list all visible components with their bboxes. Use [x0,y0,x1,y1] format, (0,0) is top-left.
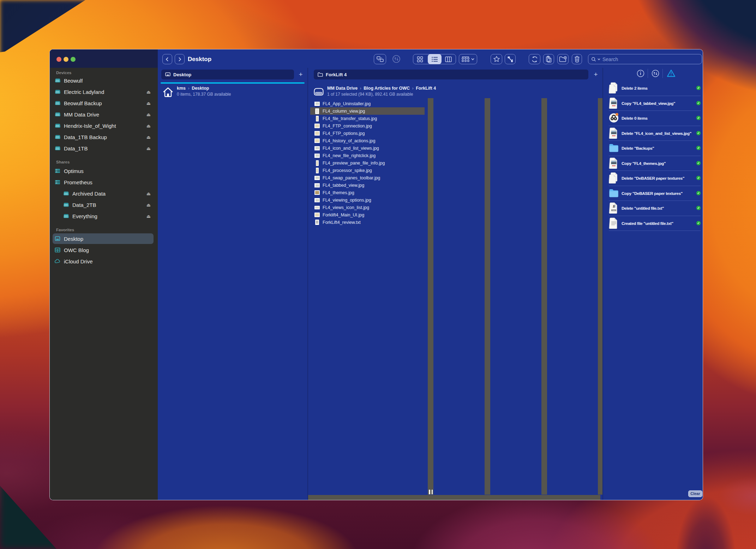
svg-text:TEXT: TEXT [612,209,616,211]
svg-text:B: B [612,204,615,208]
